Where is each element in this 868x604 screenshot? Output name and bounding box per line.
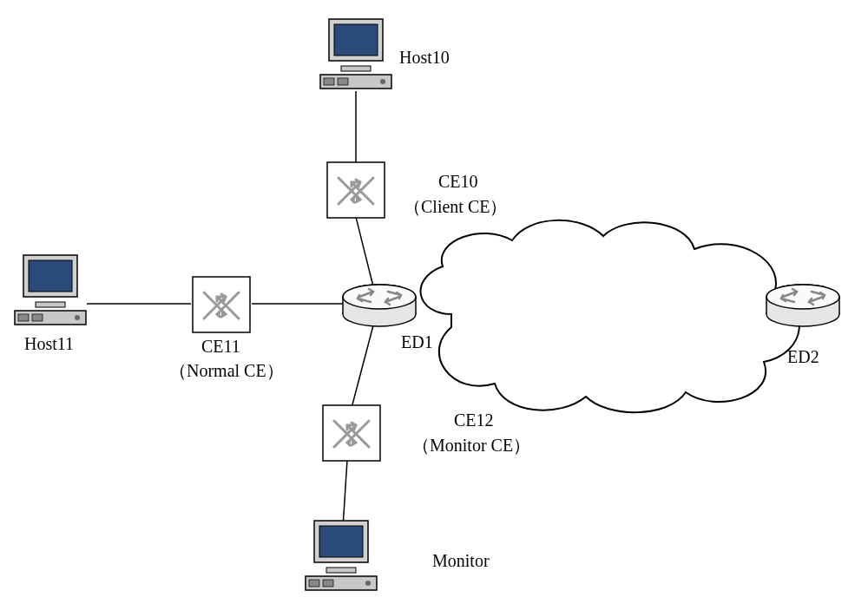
svg-rect-39 [309,580,319,587]
svg-rect-36 [319,526,363,557]
svg-point-33 [766,285,839,309]
svg-rect-19 [32,314,43,321]
network-topology-diagram: Host10 CE10 （Client CE） Host11 [0,0,868,604]
router-icon [340,281,418,334]
host11-label: Host11 [24,334,74,354]
ce11-label-line1: CE11 [201,337,240,357]
svg-point-41 [365,581,371,586]
svg-point-27 [343,285,416,309]
svg-rect-15 [29,260,72,292]
ce12-label-line2: （Monitor CE） [412,434,530,457]
svg-rect-18 [18,314,29,321]
monitor-label: Monitor [432,551,490,571]
svg-rect-11 [338,78,348,85]
svg-rect-8 [341,66,371,71]
svg-rect-34 [323,405,380,461]
svg-rect-21 [193,277,250,332]
svg-point-20 [75,315,80,320]
svg-rect-16 [36,302,65,307]
ce10-label-line2: （Client CE） [404,195,507,219]
ce10-label-line1: CE10 [438,172,478,192]
svg-rect-40 [323,580,333,587]
svg-point-12 [380,79,385,84]
svg-rect-37 [326,568,356,573]
router-icon [764,281,842,334]
svg-line-4 [352,325,373,408]
network-cloud-icon [399,201,816,431]
ed2-label: ED2 [787,347,819,367]
svg-rect-13 [327,162,385,218]
svg-rect-10 [324,78,334,85]
ce12-label-line1: CE12 [454,410,494,430]
network-switch-icon [191,275,252,338]
svg-rect-7 [334,24,378,56]
computer-icon [319,16,393,96]
network-switch-icon [326,161,386,224]
svg-line-1 [356,217,373,286]
computer-icon [304,517,378,598]
host10-label: Host10 [399,48,450,68]
ce11-label-line2: （Normal CE） [169,359,284,383]
network-switch-icon [321,404,382,467]
computer-icon [13,252,88,332]
ed1-label: ED1 [401,332,433,352]
